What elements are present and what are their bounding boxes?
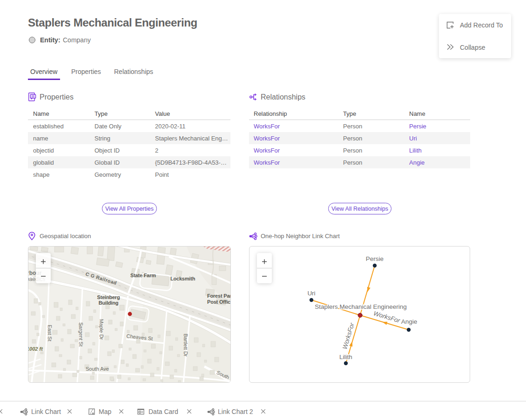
svg-text:Post Offic: Post Offic (207, 299, 230, 305)
svg-text:Staplers Mechanical Engineerin: Staplers Mechanical Engineering (315, 303, 406, 310)
svg-text:Building: Building (99, 300, 118, 306)
svg-text:State Farm: State Farm (130, 273, 156, 278)
svg-text:Forest Par: Forest Par (207, 293, 230, 299)
svg-text:Angie: Angie (401, 318, 418, 325)
svg-text:Sargent St: Sargent St (78, 322, 84, 347)
svg-text:South Ave: South Ave (86, 366, 109, 372)
svg-text:Persie: Persie (366, 255, 384, 262)
svg-text:Maple Dr: Maple Dr (99, 319, 104, 340)
svg-text:1002 ft: 1002 ft (28, 346, 43, 352)
svg-text:Bartlett Dr: Bartlett Dr (183, 333, 189, 357)
svg-text:Locksmith: Locksmith (170, 276, 196, 281)
svg-text:Uri: Uri (307, 290, 315, 297)
svg-text:Lilith: Lilith (339, 353, 352, 360)
svg-text:East St: East St (47, 325, 53, 341)
svg-text:Steinberg: Steinberg (97, 294, 120, 300)
